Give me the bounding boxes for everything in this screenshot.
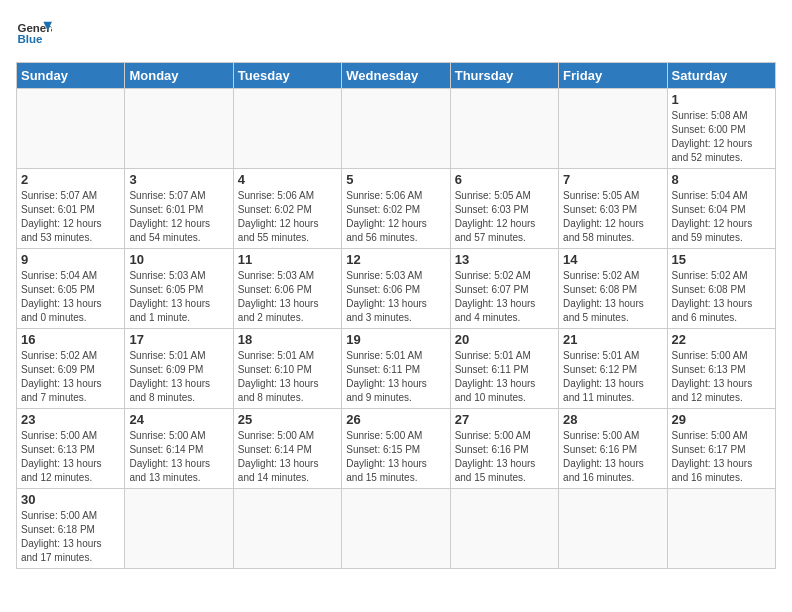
day-number: 25 bbox=[238, 412, 337, 427]
day-number: 1 bbox=[672, 92, 771, 107]
calendar-cell bbox=[233, 489, 341, 569]
day-number: 18 bbox=[238, 332, 337, 347]
day-info: Sunrise: 5:08 AM Sunset: 6:00 PM Dayligh… bbox=[672, 109, 771, 165]
weekday-header-row: SundayMondayTuesdayWednesdayThursdayFrid… bbox=[17, 63, 776, 89]
day-number: 17 bbox=[129, 332, 228, 347]
calendar-cell: 11Sunrise: 5:03 AM Sunset: 6:06 PM Dayli… bbox=[233, 249, 341, 329]
calendar-cell bbox=[233, 89, 341, 169]
day-info: Sunrise: 5:00 AM Sunset: 6:14 PM Dayligh… bbox=[129, 429, 228, 485]
calendar-cell: 2Sunrise: 5:07 AM Sunset: 6:01 PM Daylig… bbox=[17, 169, 125, 249]
day-info: Sunrise: 5:02 AM Sunset: 6:08 PM Dayligh… bbox=[563, 269, 662, 325]
calendar-cell: 10Sunrise: 5:03 AM Sunset: 6:05 PM Dayli… bbox=[125, 249, 233, 329]
day-info: Sunrise: 5:01 AM Sunset: 6:10 PM Dayligh… bbox=[238, 349, 337, 405]
day-number: 10 bbox=[129, 252, 228, 267]
day-number: 26 bbox=[346, 412, 445, 427]
svg-text:Blue: Blue bbox=[17, 33, 43, 45]
day-number: 2 bbox=[21, 172, 120, 187]
calendar-cell: 21Sunrise: 5:01 AM Sunset: 6:12 PM Dayli… bbox=[559, 329, 667, 409]
calendar-cell: 29Sunrise: 5:00 AM Sunset: 6:17 PM Dayli… bbox=[667, 409, 775, 489]
calendar-week-row: 1Sunrise: 5:08 AM Sunset: 6:00 PM Daylig… bbox=[17, 89, 776, 169]
calendar-cell bbox=[125, 489, 233, 569]
day-info: Sunrise: 5:00 AM Sunset: 6:17 PM Dayligh… bbox=[672, 429, 771, 485]
day-number: 28 bbox=[563, 412, 662, 427]
calendar-cell: 22Sunrise: 5:00 AM Sunset: 6:13 PM Dayli… bbox=[667, 329, 775, 409]
day-number: 19 bbox=[346, 332, 445, 347]
calendar-cell bbox=[450, 89, 558, 169]
day-number: 21 bbox=[563, 332, 662, 347]
calendar-cell bbox=[667, 489, 775, 569]
day-number: 16 bbox=[21, 332, 120, 347]
day-info: Sunrise: 5:01 AM Sunset: 6:11 PM Dayligh… bbox=[455, 349, 554, 405]
day-number: 11 bbox=[238, 252, 337, 267]
day-info: Sunrise: 5:00 AM Sunset: 6:16 PM Dayligh… bbox=[563, 429, 662, 485]
day-info: Sunrise: 5:03 AM Sunset: 6:05 PM Dayligh… bbox=[129, 269, 228, 325]
calendar-cell: 13Sunrise: 5:02 AM Sunset: 6:07 PM Dayli… bbox=[450, 249, 558, 329]
day-info: Sunrise: 5:06 AM Sunset: 6:02 PM Dayligh… bbox=[346, 189, 445, 245]
weekday-header-sunday: Sunday bbox=[17, 63, 125, 89]
weekday-header-monday: Monday bbox=[125, 63, 233, 89]
day-number: 15 bbox=[672, 252, 771, 267]
day-info: Sunrise: 5:00 AM Sunset: 6:14 PM Dayligh… bbox=[238, 429, 337, 485]
calendar-cell: 12Sunrise: 5:03 AM Sunset: 6:06 PM Dayli… bbox=[342, 249, 450, 329]
weekday-header-wednesday: Wednesday bbox=[342, 63, 450, 89]
calendar-cell bbox=[342, 489, 450, 569]
day-info: Sunrise: 5:07 AM Sunset: 6:01 PM Dayligh… bbox=[129, 189, 228, 245]
day-info: Sunrise: 5:04 AM Sunset: 6:04 PM Dayligh… bbox=[672, 189, 771, 245]
day-info: Sunrise: 5:02 AM Sunset: 6:08 PM Dayligh… bbox=[672, 269, 771, 325]
day-info: Sunrise: 5:01 AM Sunset: 6:09 PM Dayligh… bbox=[129, 349, 228, 405]
calendar-cell: 15Sunrise: 5:02 AM Sunset: 6:08 PM Dayli… bbox=[667, 249, 775, 329]
day-info: Sunrise: 5:07 AM Sunset: 6:01 PM Dayligh… bbox=[21, 189, 120, 245]
header: General Blue bbox=[16, 16, 776, 52]
calendar-cell: 7Sunrise: 5:05 AM Sunset: 6:03 PM Daylig… bbox=[559, 169, 667, 249]
calendar-cell: 19Sunrise: 5:01 AM Sunset: 6:11 PM Dayli… bbox=[342, 329, 450, 409]
calendar-week-row: 30Sunrise: 5:00 AM Sunset: 6:18 PM Dayli… bbox=[17, 489, 776, 569]
day-info: Sunrise: 5:03 AM Sunset: 6:06 PM Dayligh… bbox=[238, 269, 337, 325]
day-info: Sunrise: 5:04 AM Sunset: 6:05 PM Dayligh… bbox=[21, 269, 120, 325]
calendar-cell bbox=[342, 89, 450, 169]
weekday-header-saturday: Saturday bbox=[667, 63, 775, 89]
day-info: Sunrise: 5:01 AM Sunset: 6:11 PM Dayligh… bbox=[346, 349, 445, 405]
calendar-cell bbox=[450, 489, 558, 569]
day-number: 4 bbox=[238, 172, 337, 187]
day-number: 20 bbox=[455, 332, 554, 347]
day-number: 13 bbox=[455, 252, 554, 267]
day-number: 29 bbox=[672, 412, 771, 427]
day-number: 30 bbox=[21, 492, 120, 507]
day-number: 24 bbox=[129, 412, 228, 427]
calendar-cell bbox=[559, 489, 667, 569]
day-info: Sunrise: 5:05 AM Sunset: 6:03 PM Dayligh… bbox=[563, 189, 662, 245]
day-number: 5 bbox=[346, 172, 445, 187]
day-number: 6 bbox=[455, 172, 554, 187]
calendar-week-row: 9Sunrise: 5:04 AM Sunset: 6:05 PM Daylig… bbox=[17, 249, 776, 329]
day-info: Sunrise: 5:05 AM Sunset: 6:03 PM Dayligh… bbox=[455, 189, 554, 245]
calendar-cell: 20Sunrise: 5:01 AM Sunset: 6:11 PM Dayli… bbox=[450, 329, 558, 409]
weekday-header-thursday: Thursday bbox=[450, 63, 558, 89]
calendar-cell: 28Sunrise: 5:00 AM Sunset: 6:16 PM Dayli… bbox=[559, 409, 667, 489]
calendar-cell: 1Sunrise: 5:08 AM Sunset: 6:00 PM Daylig… bbox=[667, 89, 775, 169]
calendar-cell: 17Sunrise: 5:01 AM Sunset: 6:09 PM Dayli… bbox=[125, 329, 233, 409]
calendar-table: SundayMondayTuesdayWednesdayThursdayFrid… bbox=[16, 62, 776, 569]
calendar-cell bbox=[559, 89, 667, 169]
weekday-header-tuesday: Tuesday bbox=[233, 63, 341, 89]
calendar-cell: 8Sunrise: 5:04 AM Sunset: 6:04 PM Daylig… bbox=[667, 169, 775, 249]
calendar-week-row: 16Sunrise: 5:02 AM Sunset: 6:09 PM Dayli… bbox=[17, 329, 776, 409]
calendar-cell: 4Sunrise: 5:06 AM Sunset: 6:02 PM Daylig… bbox=[233, 169, 341, 249]
day-number: 23 bbox=[21, 412, 120, 427]
calendar-cell bbox=[17, 89, 125, 169]
day-info: Sunrise: 5:03 AM Sunset: 6:06 PM Dayligh… bbox=[346, 269, 445, 325]
day-info: Sunrise: 5:00 AM Sunset: 6:13 PM Dayligh… bbox=[672, 349, 771, 405]
calendar-cell: 9Sunrise: 5:04 AM Sunset: 6:05 PM Daylig… bbox=[17, 249, 125, 329]
calendar-cell: 24Sunrise: 5:00 AM Sunset: 6:14 PM Dayli… bbox=[125, 409, 233, 489]
day-number: 22 bbox=[672, 332, 771, 347]
calendar-cell: 5Sunrise: 5:06 AM Sunset: 6:02 PM Daylig… bbox=[342, 169, 450, 249]
day-number: 12 bbox=[346, 252, 445, 267]
calendar-cell: 14Sunrise: 5:02 AM Sunset: 6:08 PM Dayli… bbox=[559, 249, 667, 329]
calendar-cell: 18Sunrise: 5:01 AM Sunset: 6:10 PM Dayli… bbox=[233, 329, 341, 409]
day-info: Sunrise: 5:01 AM Sunset: 6:12 PM Dayligh… bbox=[563, 349, 662, 405]
day-number: 3 bbox=[129, 172, 228, 187]
day-number: 9 bbox=[21, 252, 120, 267]
calendar-week-row: 23Sunrise: 5:00 AM Sunset: 6:13 PM Dayli… bbox=[17, 409, 776, 489]
calendar-cell: 30Sunrise: 5:00 AM Sunset: 6:18 PM Dayli… bbox=[17, 489, 125, 569]
calendar-week-row: 2Sunrise: 5:07 AM Sunset: 6:01 PM Daylig… bbox=[17, 169, 776, 249]
day-number: 8 bbox=[672, 172, 771, 187]
